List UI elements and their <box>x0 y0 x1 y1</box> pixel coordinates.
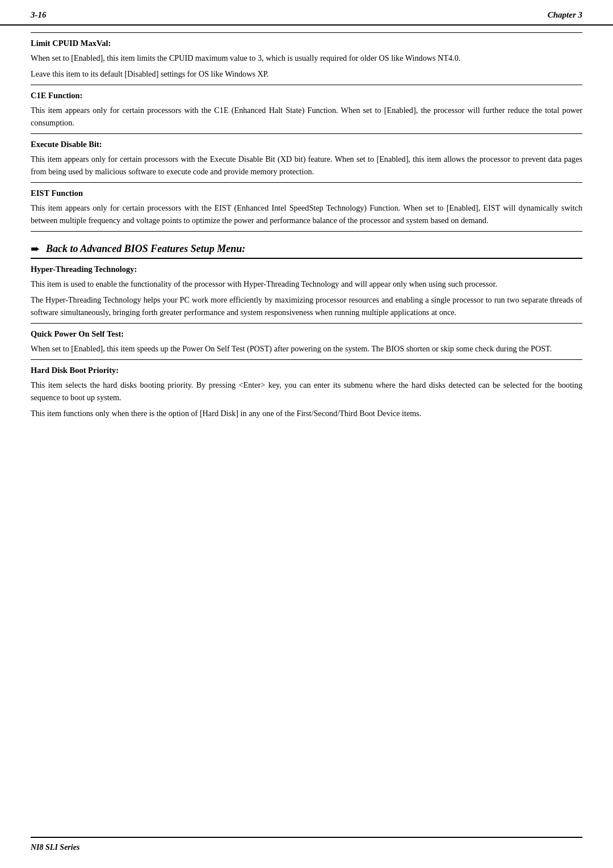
separator-back-menu-bottom <box>31 258 582 259</box>
back-menu-title: Back to Advanced BIOS Features Setup Men… <box>46 243 245 255</box>
title-hard-disk-boot: Hard Disk Boot Priority: <box>31 366 582 375</box>
body-c1e: This item appears only for certain proce… <box>31 104 582 129</box>
title-c1e: C1E Function: <box>31 91 582 100</box>
separator-c1e <box>31 85 582 85</box>
para-hard-disk-boot-2: This item functions only when there is t… <box>31 407 582 420</box>
para-limit-cpuid-2: Leave this item to its default [Disabled… <box>31 68 582 80</box>
separator-quick-power <box>31 323 582 324</box>
separator-back-menu-top <box>31 231 582 232</box>
section-limit-cpuid: Limit CPUID MaxVal: When set to [Enabled… <box>31 32 582 80</box>
page: 3-16 Chapter 3 Limit CPUID MaxVal: When … <box>0 0 613 868</box>
para-hyper-threading-2: The Hyper-Threading Technology helps you… <box>31 293 582 318</box>
para-c1e-1: This item appears only for certain proce… <box>31 104 582 129</box>
main-content: Limit CPUID MaxVal: When set to [Enabled… <box>0 26 613 435</box>
body-hyper-threading: This item is used to enable the function… <box>31 278 582 318</box>
para-quick-power-1: When set to [Enabled], this item speeds … <box>31 342 582 355</box>
separator-execute-disable <box>31 133 582 134</box>
para-hard-disk-boot-1: This item selects the hard disks booting… <box>31 379 582 404</box>
page-number: 3-16 <box>31 10 47 20</box>
body-eist: This item appears only for certain proce… <box>31 202 582 227</box>
title-execute-disable: Execute Disable Bit: <box>31 140 582 149</box>
separator-hard-disk-boot <box>31 359 582 360</box>
body-execute-disable: This item appears only for certain proce… <box>31 153 582 178</box>
title-hyper-threading: Hyper-Threading Technology: <box>31 265 582 274</box>
body-limit-cpuid: When set to [Enabled], this item limits … <box>31 52 582 80</box>
page-footer: NI8 SLI Series <box>31 837 582 852</box>
para-execute-disable-1: This item appears only for certain proce… <box>31 153 582 178</box>
body-hard-disk-boot: This item selects the hard disks booting… <box>31 379 582 420</box>
section-quick-power: Quick Power On Self Test: When set to [E… <box>31 323 582 355</box>
para-eist-1: This item appears only for certain proce… <box>31 202 582 227</box>
separator-limit-cpuid <box>31 32 582 33</box>
section-eist: EIST Function This item appears only for… <box>31 182 582 227</box>
chapter-label: Chapter 3 <box>548 10 582 20</box>
section-c1e: C1E Function: This item appears only for… <box>31 85 582 129</box>
para-limit-cpuid-1: When set to [Enabled], this item limits … <box>31 52 582 64</box>
back-arrow-icon: ➨ <box>31 242 40 255</box>
back-menu-heading: ➨ Back to Advanced BIOS Features Setup M… <box>31 242 582 255</box>
section-execute-disable: Execute Disable Bit: This item appears o… <box>31 133 582 178</box>
separator-eist <box>31 182 582 183</box>
para-hyper-threading-1: This item is used to enable the function… <box>31 278 582 290</box>
section-hyper-threading: Hyper-Threading Technology: This item is… <box>31 265 582 318</box>
title-limit-cpuid: Limit CPUID MaxVal: <box>31 39 582 48</box>
page-header: 3-16 Chapter 3 <box>0 0 613 26</box>
body-quick-power: When set to [Enabled], this item speeds … <box>31 342 582 355</box>
section-hard-disk-boot: Hard Disk Boot Priority: This item selec… <box>31 359 582 420</box>
title-quick-power: Quick Power On Self Test: <box>31 329 582 339</box>
title-eist: EIST Function <box>31 188 582 198</box>
footer-series-name: NI8 SLI Series <box>31 843 79 852</box>
